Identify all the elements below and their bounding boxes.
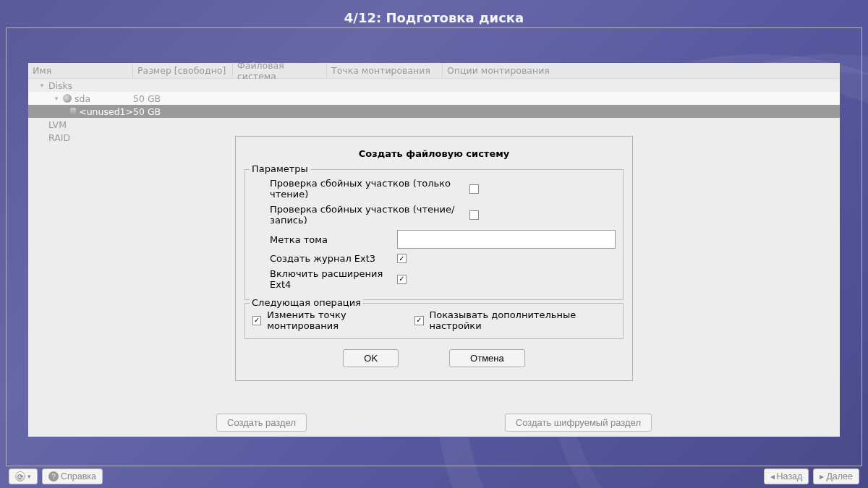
check-rw-checkbox[interactable] bbox=[469, 210, 479, 220]
check-read-checkbox[interactable] bbox=[469, 184, 479, 194]
expand-icon[interactable]: ▾ bbox=[53, 95, 60, 102]
ext3-checkbox[interactable]: ✓ bbox=[397, 254, 407, 263]
help-icon: ? bbox=[48, 471, 59, 481]
page-title: 4/12: Подготовка диска bbox=[0, 10, 868, 25]
tree-label: Disks bbox=[48, 80, 72, 91]
create-partition-button[interactable]: Создать раздел bbox=[216, 414, 307, 432]
ext3-label: Создать журнал Ext3 bbox=[252, 253, 397, 264]
tree-row-unused[interactable]: <unused1> 50 GB bbox=[28, 105, 840, 118]
ext4-checkbox[interactable]: ✓ bbox=[397, 275, 407, 284]
params-fieldset: Параметры Проверка сбойных участков (тол… bbox=[244, 169, 624, 300]
refresh-icon: ⟳ bbox=[15, 471, 25, 481]
change-mount-label: Изменить точку монтирования bbox=[267, 309, 409, 331]
size-cell: 50 GB bbox=[133, 93, 233, 104]
tree-label: sda bbox=[75, 93, 90, 104]
back-label: Назад bbox=[777, 471, 803, 481]
help-label: Справка bbox=[61, 471, 96, 481]
disk-icon bbox=[63, 94, 72, 103]
refresh-button[interactable]: ⟳▾ bbox=[9, 468, 38, 484]
show-extra-checkbox[interactable]: ✓ bbox=[414, 316, 423, 325]
tree-row-sda[interactable]: ▾sda 50 GB bbox=[28, 92, 840, 105]
col-mount[interactable]: Точка монтирования bbox=[327, 63, 443, 78]
partition-actions: Создать раздел Создать шифруемый раздел bbox=[28, 408, 840, 437]
back-button[interactable]: ◂Назад bbox=[764, 468, 809, 484]
check-rw-label: Проверка сбойных участков (чтение/запись… bbox=[252, 204, 469, 226]
chevron-right-icon: ▸ bbox=[820, 471, 824, 481]
show-extra-label: Показывать дополнительные настройки bbox=[430, 309, 616, 331]
volume-label-input[interactable] bbox=[397, 230, 616, 249]
size-cell: 50 GB bbox=[133, 106, 233, 117]
ext4-label: Включить расширения Ext4 bbox=[252, 268, 397, 290]
tree-label: <unused1> bbox=[79, 106, 133, 117]
change-mount-checkbox[interactable]: ✓ bbox=[252, 316, 261, 325]
col-opts[interactable]: Опции монтирования bbox=[443, 63, 840, 78]
cancel-button[interactable]: Отмена bbox=[449, 349, 525, 367]
next-label: Далее bbox=[826, 471, 853, 481]
next-op-legend: Следующая операция bbox=[250, 297, 363, 308]
next-button[interactable]: ▸Далее bbox=[813, 468, 859, 484]
partition-icon bbox=[70, 108, 76, 115]
expand-icon[interactable]: ▾ bbox=[38, 82, 46, 89]
dialog-title: Создать файловую систему bbox=[239, 140, 629, 166]
tree-label: RAID bbox=[48, 132, 70, 143]
params-legend: Параметры bbox=[250, 163, 310, 174]
create-fs-dialog: Создать файловую систему Параметры Прове… bbox=[235, 136, 633, 381]
help-button[interactable]: ?Справка bbox=[42, 468, 103, 484]
footer-bar: ⟳▾ ?Справка ◂Назад ▸Далее bbox=[9, 468, 859, 485]
ok-button[interactable]: OK bbox=[343, 349, 399, 367]
chevron-down-icon: ▾ bbox=[27, 473, 31, 480]
create-encrypted-button[interactable]: Создать шифруемый раздел bbox=[505, 414, 652, 432]
chevron-left-icon: ◂ bbox=[770, 471, 775, 481]
tree-label: LVM bbox=[48, 119, 67, 130]
next-op-fieldset: Следующая операция ✓ Изменить точку монт… bbox=[244, 303, 624, 339]
col-size[interactable]: Размер [свободно] bbox=[133, 63, 233, 78]
table-header: Имя Размер [свободно] Файловая система Т… bbox=[28, 63, 840, 79]
tree-row-lvm[interactable]: ▾LVM bbox=[28, 118, 840, 131]
check-read-label: Проверка сбойных участков (только чтение… bbox=[252, 178, 469, 200]
volume-label: Метка тома bbox=[252, 234, 397, 245]
tree-row-disks[interactable]: ▾Disks bbox=[28, 79, 840, 92]
col-fs[interactable]: Файловая система bbox=[233, 63, 327, 78]
col-name[interactable]: Имя bbox=[28, 63, 133, 78]
